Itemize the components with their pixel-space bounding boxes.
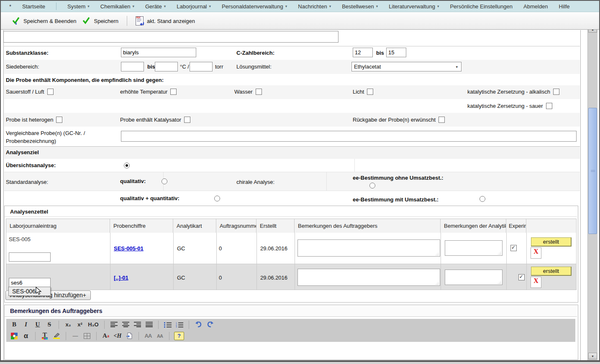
column-header[interactable]: Bemerkungen des Auftraggebers [295,219,441,233]
font-increase-icon[interactable]: AA [144,331,153,340]
highlight-icon[interactable] [52,331,61,340]
top-text-field[interactable] [3,31,338,43]
symbol-picker-icon[interactable] [10,331,19,340]
sauerstoff-checkbox[interactable] [47,89,54,95]
scroll-down-button[interactable]: ▼ [588,353,597,359]
align-right-icon[interactable] [133,320,142,329]
status-erstellt-button[interactable]: erstellt [531,237,572,247]
bullet-list-icon[interactable] [163,320,172,329]
align-left-icon[interactable] [109,320,118,329]
rueckgabe-checkbox[interactable] [438,117,445,123]
chemical-formula-icon[interactable]: H₂O [87,320,100,329]
probenchiffre-link[interactable]: [..]-01 [114,275,128,281]
menu-item-persoenliche-einstellungen[interactable]: Persönliche Einstellungen [450,3,513,10]
toolbar-group-separator [66,332,66,340]
czahl-to-input[interactable] [386,48,406,57]
menu-item-system[interactable]: System▾ [67,3,90,10]
menu-item-laborjournal[interactable]: Laborjournal▾ [177,3,211,10]
insert-file-icon[interactable] [125,331,134,340]
loesungsmittel-select[interactable]: Ethylacetat ▾ [351,62,462,71]
column-header[interactable]: Erstellt [256,219,295,233]
strikethrough-icon[interactable]: S [45,320,54,329]
journal-entry-input[interactable] [9,252,51,262]
uebersichtsanalyse-radio[interactable] [124,163,130,168]
editor-toolbar: B I U S x₂ x² H₂O 123 α T [6,319,575,342]
delete-row-button[interactable]: X [531,247,541,259]
menu-item-nachrichten[interactable]: Nachrichten▾ [298,3,331,10]
vergleichbare-input[interactable] [121,131,577,142]
zersetzung-sauer-checkbox[interactable] [546,103,552,109]
menu-item-bestellwesen[interactable]: Bestellwesen▾ [342,3,378,10]
alpha-symbol-icon[interactable]: α [21,331,31,340]
save-button[interactable]: Speichern [82,16,118,26]
undo-icon[interactable] [194,320,203,329]
checkbox-field-rueckgabe: Rückgabe der Probe(n) erwünscht [353,117,445,123]
font-decrease-icon[interactable]: AA [155,331,164,340]
menu-item-startseite[interactable]: Startseite [22,3,45,10]
qualitativ-quantitativ-radio[interactable] [214,196,220,201]
bemerkung-auftraggeber-textarea[interactable] [297,239,440,257]
experiment-checkbox[interactable] [510,245,517,251]
show-current-state-button[interactable]: PDF akt. Stand anzeigen [136,16,195,25]
horizontal-rule-icon[interactable]: — [71,331,80,340]
delete-row-button[interactable]: X [531,277,541,288]
column-header[interactable]: Analytikart [173,219,216,233]
menu-item-chemikalien[interactable]: Chemikalien▾ [100,3,134,10]
justify-icon[interactable] [144,320,154,329]
heterogen-checkbox[interactable] [56,117,62,123]
menu-item-asterisk[interactable]: * [9,3,11,10]
column-header[interactable]: Experiment [506,219,526,233]
column-header[interactable]: Auftragsnummer [216,219,256,233]
scrollbar-thumb[interactable] [588,108,597,234]
menu-item-abmelden[interactable]: Abmelden [523,3,548,10]
check-exit-icon [12,16,20,26]
status-erstellt-button[interactable]: erstellt [531,267,572,276]
numbered-list-icon[interactable]: 123 [175,320,184,329]
licht-checkbox[interactable] [367,89,373,95]
siede-to-input[interactable] [155,62,178,71]
superscript-icon[interactable]: x² [75,320,85,329]
vertical-scrollbar[interactable]: ▲ ▼ [587,25,597,360]
bemerkung-analytik-textarea[interactable] [445,240,503,256]
siede-from-input[interactable] [121,62,144,71]
journal-entry-input[interactable] [9,278,51,287]
bemerkung-analytik-textarea[interactable] [445,270,503,285]
editor-content-area[interactable] [5,342,577,359]
redo-icon[interactable] [205,320,215,329]
journal-entry-text: SES-005 [9,236,31,242]
menu-item-hilfe[interactable]: Hilfe [559,3,570,10]
ee-mit-radio[interactable] [479,196,485,202]
probenchiffre-link[interactable]: SES-005-01 [114,245,144,252]
menu-item-geraete[interactable]: Geräte▾ [145,3,166,10]
scroll-down-icon: ▼ [591,355,594,358]
czahl-from-input[interactable] [353,48,373,57]
bold-icon[interactable]: B [10,320,19,329]
temperatur-checkbox[interactable] [170,89,177,95]
insert-table-icon[interactable] [82,331,92,340]
column-header[interactable]: Probenchiffre [110,219,173,233]
italic-icon[interactable]: I [21,320,31,329]
qualitativ-radio[interactable] [162,178,167,184]
experiment-checkbox[interactable] [518,274,525,280]
bemerkung-auftraggeber-textarea[interactable] [297,269,440,286]
column-header[interactable] [526,219,576,233]
siede-pressure-input[interactable] [190,62,213,71]
menu-item-personaldatenverwaltung[interactable]: Personaldatenverwaltung▾ [222,3,287,10]
editor-toolbar-row2: α T — Aa <H AA AA ? [6,330,575,341]
column-header[interactable]: Bemerkungen der Analytik [441,219,506,233]
katalysator-checkbox[interactable] [184,117,190,123]
substanzklasse-input[interactable] [121,48,196,57]
font-color-icon[interactable]: T [40,331,49,340]
wasser-checkbox[interactable] [256,89,262,95]
autocomplete-suggestion[interactable]: SES-006 [8,287,51,296]
column-header[interactable]: Laborjournaleintrag [6,219,110,233]
html-tag-icon[interactable]: <H [113,331,122,340]
help-icon[interactable]: ? [174,332,184,340]
menu-item-literaturverwaltung[interactable]: Literaturverwaltung▾ [389,3,439,10]
zersetzung-alkalisch-checkbox[interactable] [553,89,559,95]
font-attribute-icon[interactable]: Aa [101,331,110,340]
subscript-icon[interactable]: x₂ [64,320,73,329]
save-and-close-button[interactable]: Speichern & Beenden [12,16,76,26]
underline-icon[interactable]: U [33,320,42,329]
align-center-icon[interactable] [121,320,130,329]
